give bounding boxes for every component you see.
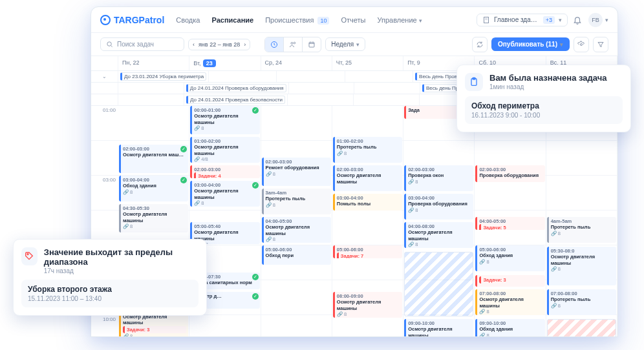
nav-incidents[interactable]: Происшествия 10: [265, 16, 329, 24]
calendar-event[interactable]: 04:00-05:00Осмотр двигателя машины🔗 8: [262, 217, 331, 243]
refresh-icon: [476, 41, 484, 48]
nav-incidents-label: Происшествия: [265, 16, 314, 24]
calendar-event[interactable]: 04:00-08:00Осмотр двигателя машины🔗 8: [404, 222, 473, 248]
svg-rect-0: [484, 17, 488, 23]
time-tick: 10:00: [91, 315, 118, 337]
search-placeholder: Поиск задач: [117, 41, 154, 48]
calendar-event[interactable]: Задачи: 3: [475, 275, 544, 287]
period-select[interactable]: Неделя ▾: [325, 37, 365, 51]
allday-event[interactable]: До 23.01.2024 Уборка периметра: [120, 72, 206, 81]
day-header[interactable]: Чт, 25: [332, 56, 403, 70]
next-icon[interactable]: ›: [244, 41, 246, 48]
calendar-icon: [308, 41, 316, 48]
calendar-event[interactable]: 03:00-04:00Проверка оборудования🔗 8: [404, 194, 473, 220]
incidents-badge: 10: [317, 17, 329, 25]
svg-point-7: [27, 254, 28, 255]
svg-point-4: [294, 42, 296, 44]
toast-detail: 15.11.2023 11:00 – 13:40: [28, 295, 192, 302]
calendar-event[interactable]: 02:00-03:00Осмотр двигателя машины: [333, 165, 402, 191]
calendar-event[interactable]: 01:00-02:00Осмотр двигателя машины🔗 4/8: [190, 137, 259, 163]
calendar-event[interactable]: 3am-4amПротереть пыль🔗 8: [262, 189, 331, 214]
calendar-event[interactable]: 05:00-06:00Обход пери: [262, 245, 331, 265]
toast-inner[interactable]: Уборка второго этажа 15.11.2023 11:00 – …: [21, 280, 199, 307]
toast-sub: 17ч назад: [44, 267, 199, 274]
day-column[interactable]: 02:00-03:00Проверка оборудования04:00-05…: [475, 106, 546, 337]
calendar-event[interactable]: 02:00-03:00Ремонт оборудования🔗 8: [262, 158, 331, 186]
day-column[interactable]: 4am-5amПротереть пыль🔗 805:30-08:0Осмотр…: [546, 106, 617, 337]
calendar-event[interactable]: 09:00-10:00Осмотр двигателя машины🔗 8: [404, 319, 473, 337]
view-segment: [264, 37, 321, 52]
day-header[interactable]: Ср, 24: [261, 56, 332, 70]
time-tick: 03:00: [91, 176, 118, 211]
refresh-button[interactable]: [472, 37, 488, 52]
calendar-event[interactable]: 04:30-05:30Осмотр двигателя машины🔗 8: [119, 204, 188, 232]
calendar-event[interactable]: Осмотр двигателя машиныЗадачи: 3🔗 8: [119, 313, 188, 337]
calendar-event[interactable]: 09:00-10:00Обход здания🔗 8: [475, 319, 544, 337]
hatched-block: [547, 319, 616, 337]
calendar-event[interactable]: 03:00-04:00Осмотр двигателя машины🔗 8✓: [190, 181, 259, 207]
allday-toggle[interactable]: ⌄: [91, 71, 118, 82]
calendar-event[interactable]: 4am-5amПротереть пыль🔗 8: [547, 217, 616, 243]
allday-event[interactable]: До 24.01.2024 Проверка оборудования: [186, 84, 286, 92]
avatar[interactable]: FB: [588, 13, 603, 27]
chevron-down-icon: ▾: [559, 17, 562, 23]
logo-mark-icon: [100, 15, 111, 25]
day-header[interactable]: Пн, 22: [118, 56, 189, 70]
chevron-down-icon: ▾: [419, 17, 422, 24]
allday-event[interactable]: До 24.01.2024 Проверка безопасности: [186, 96, 285, 104]
location-selector[interactable]: Главное зда… +3 ▾: [477, 14, 568, 26]
toast-task: Уборка второго этажа: [28, 285, 192, 294]
calendar-event[interactable]: 02:00-03:00Задачи: 4: [190, 165, 259, 178]
toast-inner[interactable]: Обход периметра 16.11.2023 9:00 - 10:00: [465, 96, 623, 124]
calendar-event[interactable]: 05:00-06:00Обход здания🔗 8: [475, 245, 544, 271]
search-input[interactable]: Поиск задач: [100, 37, 184, 51]
calendar-event[interactable]: 08:00-09:00Осмотр двигателя машины🔗 8: [333, 292, 402, 318]
calendar-event[interactable]: 02:00-03:00Проверка оборудования: [475, 165, 544, 182]
calendar-event[interactable]: 03:00-04:00Помыть полы: [333, 194, 402, 211]
people-icon: [289, 41, 297, 48]
toast-task-assigned[interactable]: Вам была назначена задача 1мин назад Обх…: [456, 65, 631, 132]
view-people[interactable]: [284, 37, 303, 52]
nav-manage-label: Управление: [378, 16, 417, 24]
calendar-event[interactable]: 03:00-04:00Обход здания🔗 8✓: [119, 176, 188, 201]
calendar-event[interactable]: 04:00-05:00Задачи: 5: [475, 217, 544, 230]
calendar-event[interactable]: 05:00-06:00Задачи: 7: [333, 245, 402, 258]
calendar-event[interactable]: 02:00-03:00Проверка окон🔗 8: [404, 165, 473, 191]
calendar-event[interactable]: 00:00-01:00Осмотр двигателя машины🔗 8✓: [190, 106, 259, 134]
svg-point-3: [291, 42, 293, 44]
gear-icon: [577, 41, 585, 48]
bell-icon[interactable]: [573, 15, 582, 25]
view-calendar[interactable]: [303, 37, 321, 52]
topnav: TARGPatrol Сводка Расписание Происшестви…: [91, 7, 617, 33]
toast-range-alert[interactable]: Значение выходит за пределы диапазона 17…: [13, 239, 207, 316]
date-range-nav[interactable]: ‹ янв 22 – янв 28 ›: [188, 39, 250, 50]
nav-reports[interactable]: Отчеты: [341, 16, 365, 24]
logo[interactable]: TARGPatrol: [100, 15, 164, 25]
hatched-block: [404, 252, 473, 316]
nav-schedule[interactable]: Расписание: [211, 16, 253, 24]
range-label: янв 22 – янв 28: [199, 41, 240, 48]
day-column[interactable]: 01:00-02:00Протереть пыль🔗 802:00-03:00О…: [332, 106, 403, 337]
svg-point-6: [581, 43, 583, 45]
clipboard-icon: [465, 73, 483, 91]
publish-button[interactable]: Опубликовать (11) ▾: [491, 37, 570, 51]
view-clock[interactable]: [265, 37, 284, 52]
day-header-today[interactable]: Вт, 23: [189, 56, 261, 70]
nav-summary[interactable]: Сводка: [176, 16, 200, 24]
toast-sub: 1мин назад: [489, 83, 606, 90]
filter-button[interactable]: [593, 37, 608, 52]
nav-manage[interactable]: Управление ▾: [378, 16, 422, 24]
calendar-event[interactable]: 01:00-02:00Протереть пыль🔗 8: [333, 137, 402, 163]
calendar-event[interactable]: 07:00-08:00Осмотр двигателя машины🔗 8: [475, 289, 544, 315]
chevron-down-icon[interactable]: ▾: [605, 17, 608, 23]
svg-rect-5: [309, 42, 314, 47]
prev-icon[interactable]: ‹: [193, 41, 195, 48]
calendar-event[interactable]: 07:00-08:00Протереть пыль🔗 8: [547, 289, 616, 315]
calendar-event[interactable]: 05:30-08:0Осмотр двигателя машины🔗 8: [547, 247, 616, 285]
day-column[interactable]: Зада02:00-03:00Проверка окон🔗 803:00-04:…: [403, 106, 475, 337]
brand-text: TARGPatrol: [114, 15, 164, 25]
day-column[interactable]: 02:00-03:00Ремонт оборудования🔗 83am-4am…: [261, 106, 332, 337]
settings-button[interactable]: [574, 37, 589, 52]
chevron-down-icon: ▾: [560, 41, 563, 48]
calendar-event[interactable]: 02:00-03:00Осмотр двигателя маш…✓: [119, 145, 188, 173]
